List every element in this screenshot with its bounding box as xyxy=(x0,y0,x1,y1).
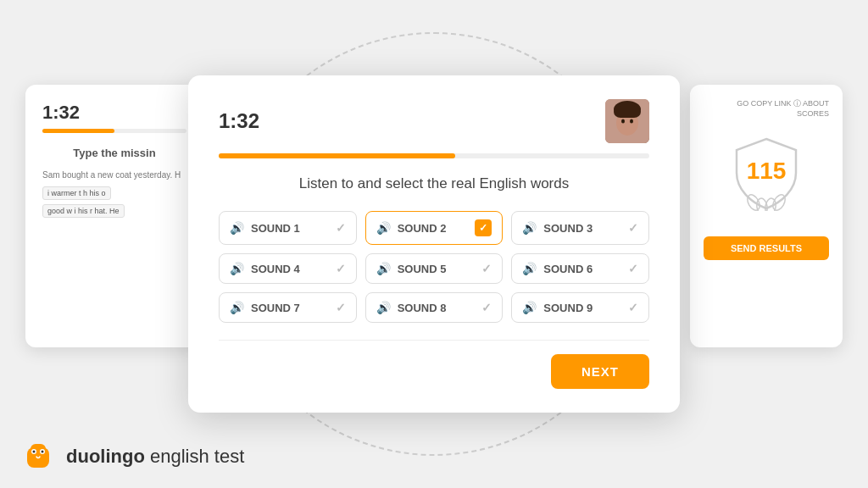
bg-progress-bar-left xyxy=(42,129,186,133)
check-mark-3: ✓ xyxy=(628,221,638,235)
svg-point-9 xyxy=(630,119,633,124)
sound-button-8[interactable]: 🔊 SOUND 8 ✓ xyxy=(365,292,504,323)
svg-point-15 xyxy=(33,451,36,453)
svg-point-16 xyxy=(42,451,44,453)
score-shield: 115 xyxy=(704,135,829,211)
bg-input-row1: i warmer t h his o xyxy=(42,186,186,200)
sound-label-7: SOUND 7 xyxy=(251,302,300,314)
sounds-grid: 🔊 SOUND 1 ✓ 🔊 SOUND 2 ✓ 🔊 SOUND 3 ✓ 🔊 SO… xyxy=(219,211,649,323)
send-results-button[interactable]: SEND RESULTS xyxy=(704,236,829,260)
sound-label-5: SOUND 5 xyxy=(398,263,447,275)
next-button[interactable]: NEXT xyxy=(551,354,649,389)
svg-point-8 xyxy=(621,119,625,124)
divider xyxy=(219,340,649,341)
main-progress-bar xyxy=(219,153,649,158)
sound-button-1[interactable]: 🔊 SOUND 1 ✓ xyxy=(219,211,357,245)
speaker-icon-1: 🔊 xyxy=(230,221,244,235)
sound-button-9[interactable]: 🔊 SOUND 9 ✓ xyxy=(511,292,649,323)
speaker-icon-2: 🔊 xyxy=(376,221,391,235)
sound-label-8: SOUND 8 xyxy=(398,302,447,314)
check-mark-6: ✓ xyxy=(628,262,638,275)
logo-suffix-text: english test xyxy=(150,446,244,467)
check-mark-8: ✓ xyxy=(481,301,492,314)
speaker-icon-8: 🔊 xyxy=(376,301,391,314)
svg-rect-10 xyxy=(614,106,641,118)
bg-timer-left: 1:32 xyxy=(42,102,186,124)
speaker-icon-7: 🔊 xyxy=(230,301,244,314)
bg-input-row2: good w i his r hat. He xyxy=(42,204,186,218)
check-mark-7: ✓ xyxy=(336,301,346,314)
copy-link-text: GO COPY LINK ⓘ ABOUT SCORES xyxy=(704,98,829,118)
sound-button-3[interactable]: 🔊 SOUND 3 ✓ xyxy=(511,211,649,245)
sound-label-3: SOUND 3 xyxy=(543,222,593,235)
speaker-icon-9: 🔊 xyxy=(522,301,537,314)
speaker-icon-4: 🔊 xyxy=(230,262,244,275)
bg-input-box2: good w i his r hat. He xyxy=(42,204,125,218)
bottom-logo: duolingo english test xyxy=(25,441,244,473)
duolingo-logo-icon xyxy=(25,441,58,473)
shield-icon: 115 xyxy=(732,135,800,211)
check-mark-5: ✓ xyxy=(481,262,492,275)
sound-label-1: SOUND 1 xyxy=(251,222,300,235)
bg-card-left: 1:32 Type the missin Sam bought a new co… xyxy=(25,85,203,347)
bg-card-right: GO COPY LINK ⓘ ABOUT SCORES 115 SEND RES… xyxy=(690,85,843,347)
main-question: Listen to and select the real English wo… xyxy=(219,175,649,192)
logo-text: duolingo english test xyxy=(66,446,244,468)
speaker-icon-6: 🔊 xyxy=(522,262,537,275)
next-btn-row: NEXT xyxy=(219,354,649,389)
sound-label-9: SOUND 9 xyxy=(543,302,593,314)
selected-check-2: ✓ xyxy=(475,219,492,236)
check-mark-1: ✓ xyxy=(336,221,346,235)
avatar-face xyxy=(605,99,649,143)
avatar-svg xyxy=(605,99,649,143)
sound-button-7[interactable]: 🔊 SOUND 7 ✓ xyxy=(219,292,357,323)
check-mark-4: ✓ xyxy=(336,262,346,275)
logo-brand: duolingo xyxy=(66,446,145,467)
sound-button-6[interactable]: 🔊 SOUND 6 ✓ xyxy=(511,253,649,284)
main-timer: 1:32 xyxy=(219,109,605,133)
sound-label-6: SOUND 6 xyxy=(543,263,593,275)
main-progress-fill xyxy=(219,153,455,158)
sound-button-4[interactable]: 🔊 SOUND 4 ✓ xyxy=(219,253,357,284)
speaker-icon-5: 🔊 xyxy=(376,262,391,275)
sound-button-2[interactable]: 🔊 SOUND 2 ✓ xyxy=(365,211,504,245)
sound-label-2: SOUND 2 xyxy=(398,222,447,235)
bg-progress-fill-left xyxy=(42,129,114,133)
check-mark-9: ✓ xyxy=(628,301,638,314)
bg-title-left: Type the missin xyxy=(42,147,186,159)
main-header: 1:32 xyxy=(219,99,649,143)
bg-input-box: i warmer t h his o xyxy=(42,186,111,200)
speaker-icon-3: 🔊 xyxy=(522,221,537,235)
sound-button-5[interactable]: 🔊 SOUND 5 ✓ xyxy=(365,253,504,284)
avatar xyxy=(605,99,649,143)
sound-label-4: SOUND 4 xyxy=(251,263,300,275)
svg-text:115: 115 xyxy=(747,158,787,184)
bg-text-line1: Sam bought a new coat yesterday. H xyxy=(42,169,186,181)
main-card: 1:32 Listen to and se xyxy=(188,75,680,413)
